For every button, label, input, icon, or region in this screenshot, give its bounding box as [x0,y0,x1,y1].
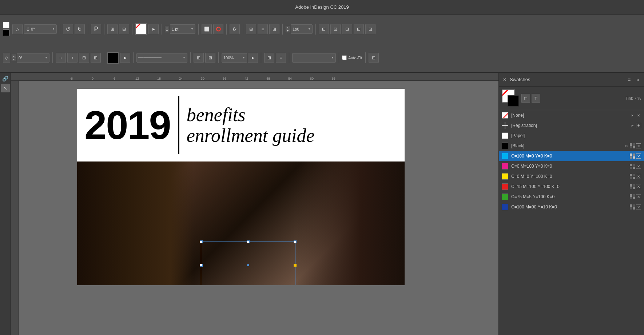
swatch-item-red[interactable]: C=15 M=100 Y=100 K=0 ✕ [499,182,644,192]
align-left-icon[interactable]: ⊞ [107,24,118,34]
sep12 [104,52,104,63]
toolbar-area: △ ▲ ▼ 0° ▼ ↺ ↻ P ⊞ ⊟ ▶ ▲ ▼ [0,15,644,73]
none-swatch[interactable] [135,23,147,35]
transform5-icon[interactable]: ⊡ [365,24,375,34]
frame-dots-icon[interactable]: ⊡ [369,53,379,63]
flip2-icon[interactable]: ⊞ [79,53,89,63]
swatch-color-blue [502,204,508,210]
angle1-dropdown[interactable]: ▲ ▼ 0° ▼ [24,24,57,34]
sep13 [133,52,134,63]
list-view-icon[interactable]: ≡ [258,24,268,34]
swatch-type-buttons: □ T [521,94,540,103]
stroke-color-box[interactable] [3,29,9,36]
divider-line [178,96,179,154]
transform4-icon[interactable]: ⊡ [354,24,364,34]
fit1-icon[interactable]: ⊞ [194,53,204,63]
stroke-style-dropdown[interactable]: ───────── ▼ [136,53,187,63]
align-center-icon[interactable]: ⊟ [119,24,129,34]
sep9 [282,24,283,35]
stroke-weight-up[interactable]: ▲ [165,26,169,29]
swatch-item-yellow[interactable]: C=0 M=0 Y=100 K=0 ✕ [499,171,644,182]
cols-down[interactable]: ▼ [286,29,290,32]
columns-dropdown[interactable]: 1p0 ▼ [291,24,313,34]
swatch-large-preview[interactable] [502,89,519,107]
text-tool-icon[interactable]: P [91,24,101,34]
swatch-text-type-button[interactable]: T [532,94,540,103]
swatch-fill-type-button[interactable]: □ [521,94,530,103]
page-header: 2019 benefits enrollment guide [77,89,405,161]
page[interactable]: 2019 benefits enrollment guide [77,89,405,285]
grid-view-icon[interactable]: ⊞ [246,24,256,34]
rotate-icon[interactable]: △ [12,24,23,34]
fill-stroke-indicator[interactable] [3,22,9,36]
frame-circle-icon[interactable]: ⭕ [213,24,223,34]
stroke-weight-down[interactable]: ▼ [165,29,169,32]
swatch-item-magenta[interactable]: C=0 M=100 Y=0 K=0 ✕ [499,161,644,171]
stroke-weight-group: ▲ ▼ 1 pt ▼ [165,24,195,34]
distribute-icon[interactable]: ≡ [276,53,286,63]
swatch-item-blue[interactable]: C=100 M=90 Y=10 K=0 ✕ [499,202,644,212]
swatch-item-green[interactable]: C=75 M=5 Y=100 K=0 ✕ [499,192,644,202]
canvas-area[interactable]: -6 0 6 12 18 24 30 36 42 48 54 60 66 201… [11,73,498,335]
rotate-cw-icon[interactable]: ↻ [75,24,85,34]
fill-color-box[interactable] [3,22,9,28]
sep19 [365,52,366,63]
sep10 [315,24,316,35]
angle2-dropdown[interactable]: 0° ▼ [17,53,49,63]
swatch-list[interactable]: [None] ✂ ✕ [Registration] ✂ + [Paper] [499,110,644,335]
auto-fit-checkbox[interactable] [342,55,347,60]
link-tool-icon[interactable]: 🔗 [1,74,10,83]
swatch-item-paper[interactable]: [Paper] [499,131,644,141]
handle-tc[interactable] [247,240,250,243]
handle-mr[interactable] [294,264,297,267]
handle-tr[interactable] [294,240,297,243]
shear-icon[interactable]: ◇ [3,53,10,63]
swatch-color-green [502,194,508,200]
swatches-panel-header: ✕ Swatches ≡ » [499,73,644,87]
panel-close-button[interactable]: ✕ [502,77,508,83]
swatch-item-none[interactable]: [None] ✂ ✕ [499,110,644,120]
handle-ml[interactable] [200,264,203,267]
swatch-stroke-preview[interactable] [508,95,519,107]
flip-v-icon[interactable]: ↕ [67,53,77,63]
handle-tl[interactable] [200,240,203,243]
canvas-pasteboard: 2019 benefits enrollment guide [19,81,498,335]
panel-menu-button[interactable]: ≡ [626,76,632,83]
transform3-icon[interactable]: ⊡ [342,24,352,34]
frame-rect-icon[interactable]: ⬜ [202,24,212,34]
auto-fit-label[interactable]: Auto-Fit [342,55,362,60]
align-icon[interactable]: ⊞ [264,53,274,63]
tint-arrow[interactable]: › [635,96,636,101]
selected-object[interactable] [201,242,295,285]
rotate-ccw-icon[interactable]: ↺ [63,24,73,34]
swatch-icons-registration: ✂ + [630,123,641,128]
swatch-icons-yellow: ✕ [630,174,641,179]
transform1-icon[interactable]: ⊡ [319,24,329,34]
zoom-dropdown[interactable]: 100% ▼ [222,53,247,63]
panel-collapse-button[interactable]: » [635,76,641,83]
angle1-up[interactable]: ▲ [26,26,30,29]
swatch-item-black[interactable]: [Black] ✂ ✕ [499,141,644,151]
swatch-name-yellow: C=0 M=0 Y=100 K=0 [511,174,627,179]
angle1-down[interactable]: ▼ [26,29,30,32]
text-style-dropdown[interactable]: ▼ [292,53,336,63]
fit2-icon[interactable]: ⊠ [205,53,215,63]
expand-btn[interactable]: ▶ [148,24,159,34]
stroke-weight-dropdown[interactable]: 1 pt ▼ [170,24,195,34]
angle2-up[interactable]: ▲ [12,55,16,58]
flip-h-icon[interactable]: ↔ [56,53,66,63]
zoom-expand[interactable]: ▶ [248,53,258,63]
swatch-icon-scissors3: ✂ [624,143,629,148]
angle2-down[interactable]: ▼ [12,58,16,61]
swatch-item-registration[interactable]: [Registration] ✂ + [499,120,644,131]
fill-black-swatch[interactable] [107,52,119,64]
select-tool-icon[interactable]: ↖ [1,84,10,92]
expand-fill-btn[interactable]: ▶ [120,53,130,63]
swatch-icon-grid-cyan [630,153,635,159]
flip3-icon[interactable]: ⊞ [91,53,101,63]
grid-view2-icon[interactable]: ⊞ [269,24,279,34]
transform2-icon[interactable]: ⊡ [330,24,341,34]
fx-button[interactable]: fx [230,24,240,34]
cols-up[interactable]: ▲ [286,26,290,29]
swatch-item-cyan[interactable]: C=100 M=0 Y=0 K=0 ✕ [499,151,644,161]
